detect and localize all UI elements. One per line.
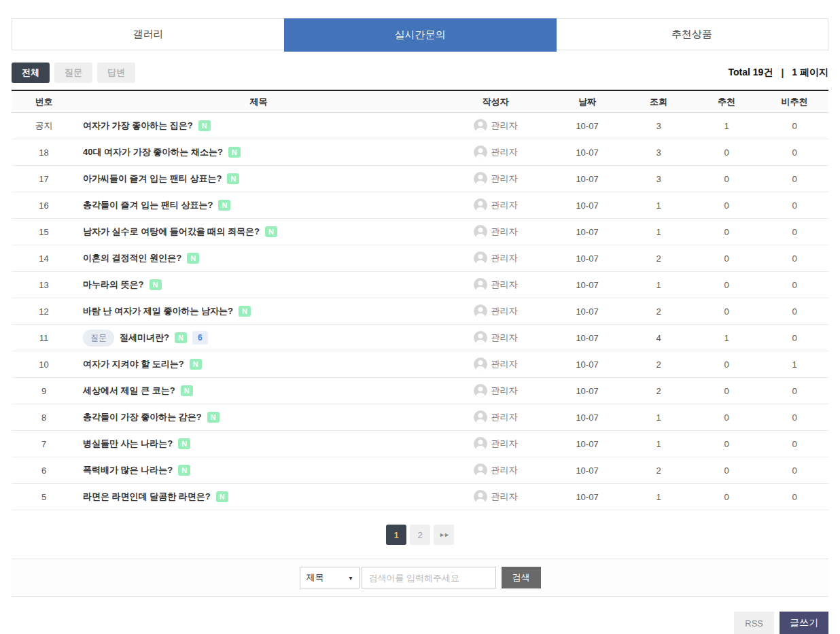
post-date: 10-07 bbox=[550, 386, 625, 396]
post-views: 3 bbox=[625, 174, 693, 184]
post-author-cell: 관리자 bbox=[441, 251, 550, 265]
post-downvotes: 0 bbox=[760, 306, 828, 317]
page-number: 1 bbox=[393, 530, 398, 540]
post-author-cell: 관리자 bbox=[441, 198, 550, 212]
header-views: 조회 bbox=[625, 96, 693, 108]
post-views: 1 bbox=[625, 439, 693, 449]
author-name: 관리자 bbox=[491, 385, 518, 397]
user-avatar-icon bbox=[474, 198, 487, 212]
post-title-cell: 남자가 실수로 여탕에 들어갔을 때의 죄목은? N bbox=[76, 226, 441, 238]
table-row: 17 아가씨들이 즐겨 입는 팬티 상표는? N 관리자 10-07 3 0 0 bbox=[12, 166, 828, 192]
post-downvotes: 0 bbox=[760, 333, 828, 343]
post-upvotes: 0 bbox=[693, 359, 760, 370]
post-title-cell: 아가씨들이 즐겨 입는 팬티 상표는? N bbox=[76, 173, 441, 185]
filter-button[interactable]: 전체 bbox=[12, 63, 50, 83]
post-title-link[interactable]: 병실들만 사는 나라는? bbox=[83, 438, 173, 450]
new-badge: N bbox=[227, 173, 239, 184]
tab-item[interactable]: 갤러리 bbox=[12, 19, 285, 50]
post-title-link[interactable]: 세상에서 제일 큰 코는? bbox=[83, 385, 175, 397]
post-title-link[interactable]: 아가씨들이 즐겨 입는 팬티 상표는? bbox=[83, 173, 222, 185]
user-avatar-icon bbox=[474, 119, 487, 133]
post-views: 2 bbox=[625, 386, 693, 396]
new-badge: N bbox=[181, 385, 193, 396]
user-avatar-icon bbox=[474, 278, 487, 292]
post-title-cell: 총각들이 가장 좋아하는 감은? N bbox=[76, 411, 441, 423]
user-avatar-icon bbox=[474, 331, 487, 345]
new-badge: N bbox=[265, 226, 277, 237]
post-author-cell: 관리자 bbox=[441, 384, 550, 398]
board-summary: Total 19건 | 1 페이지 bbox=[729, 67, 828, 79]
rss-button[interactable]: RSS bbox=[734, 612, 774, 634]
author-name: 관리자 bbox=[491, 226, 518, 238]
new-badge: N bbox=[207, 412, 220, 423]
filter-label: 질문 bbox=[65, 67, 82, 79]
post-views: 2 bbox=[625, 253, 693, 264]
post-date: 10-07 bbox=[550, 465, 625, 476]
user-avatar-icon bbox=[474, 490, 487, 504]
table-row: 11 질문 절세미녀란? N 6 관리자 10-07 4 1 0 bbox=[12, 325, 828, 351]
table-row: 공지 여자가 가장 좋아하는 집은? N 관리자 10-07 3 1 0 bbox=[12, 113, 828, 139]
post-title-link[interactable]: 여자가 가장 좋아하는 집은? bbox=[83, 120, 193, 132]
category-badge: 질문 bbox=[83, 330, 114, 347]
post-title-link[interactable]: 이혼의 결정적인 원인은? bbox=[83, 252, 181, 264]
post-title-link[interactable]: 바람 난 여자가 제일 좋아하는 남자는? bbox=[83, 305, 233, 317]
write-post-button[interactable]: 글쓰기 bbox=[780, 612, 828, 634]
new-badge: N bbox=[187, 253, 199, 264]
post-title-link[interactable]: 여자가 지켜야 할 도리는? bbox=[83, 358, 184, 370]
post-title-link[interactable]: 남자가 실수로 여탕에 들어갔을 때의 죄목은? bbox=[83, 226, 260, 238]
post-title-cell: 마누라의 뜻은? N bbox=[76, 279, 441, 291]
tab-item[interactable]: 실시간문의 bbox=[284, 18, 557, 52]
post-views: 4 bbox=[625, 333, 693, 343]
post-upvotes: 0 bbox=[693, 227, 760, 237]
post-date: 10-07 bbox=[550, 121, 625, 131]
post-upvotes: 0 bbox=[693, 174, 760, 184]
post-number: 13 bbox=[12, 280, 76, 290]
post-title-link[interactable]: 폭력배가 많은 나라는? bbox=[83, 464, 173, 476]
new-badge: N bbox=[178, 465, 190, 476]
tab-item[interactable]: 추천상품 bbox=[556, 19, 828, 50]
post-title-cell: 이혼의 결정적인 원인은? N bbox=[76, 252, 441, 264]
post-date: 10-07 bbox=[550, 492, 625, 502]
user-avatar-icon bbox=[474, 251, 487, 265]
author-name: 관리자 bbox=[491, 464, 518, 476]
new-badge: N bbox=[190, 359, 202, 370]
new-badge: N bbox=[178, 438, 190, 449]
post-title-link[interactable]: 라면은 라면인데 달콤한 라면은? bbox=[83, 491, 211, 503]
post-title-link[interactable]: 총각들이 가장 좋아하는 감은? bbox=[83, 411, 202, 423]
post-author-cell: 관리자 bbox=[441, 304, 550, 318]
post-date: 10-07 bbox=[550, 412, 625, 423]
filter-button[interactable]: 질문 bbox=[54, 63, 92, 83]
table-row: 16 총각들이 즐겨 입는 팬티 상표는? N 관리자 10-07 1 0 0 bbox=[12, 192, 828, 219]
post-upvotes: 0 bbox=[693, 412, 760, 423]
post-downvotes: 0 bbox=[760, 121, 828, 131]
user-avatar-icon bbox=[474, 145, 487, 159]
post-number: 11 bbox=[12, 333, 76, 343]
post-title-link[interactable]: 마누라의 뜻은? bbox=[83, 279, 144, 291]
search-input[interactable] bbox=[362, 567, 496, 588]
post-date: 10-07 bbox=[550, 439, 625, 449]
post-title-cell: 질문 절세미녀란? N 6 bbox=[76, 330, 441, 347]
search-category-select[interactable]: 제목 ▾ bbox=[300, 567, 360, 588]
next-page-button[interactable]: ►► bbox=[434, 525, 454, 545]
post-views: 1 bbox=[625, 200, 693, 211]
user-avatar-icon bbox=[474, 304, 487, 318]
page-button[interactable]: 1 bbox=[386, 525, 406, 545]
post-number: 17 bbox=[12, 174, 76, 184]
page-button[interactable]: 2 bbox=[410, 525, 430, 545]
table-body: 공지 여자가 가장 좋아하는 집은? N 관리자 10-07 3 1 0 bbox=[12, 113, 828, 510]
post-title-link[interactable]: 절세미녀란? bbox=[120, 332, 169, 344]
post-upvotes: 1 bbox=[693, 333, 760, 343]
post-title-cell: 여자가 가장 좋아하는 집은? N bbox=[76, 120, 441, 132]
search-button[interactable]: 검색 bbox=[502, 567, 541, 588]
post-title-link[interactable]: 총각들이 즐겨 입는 팬티 상표는? bbox=[83, 199, 213, 211]
filter-button[interactable]: 답변 bbox=[97, 63, 135, 83]
header-title: 제목 bbox=[76, 96, 441, 108]
post-title-cell: 바람 난 여자가 제일 좋아하는 남자는? N bbox=[76, 305, 441, 317]
post-title-link[interactable]: 40대 여자가 가장 좋아하는 채소는? bbox=[83, 146, 223, 158]
author-name: 관리자 bbox=[491, 120, 518, 132]
search-bar: 제목 ▾ 검색 bbox=[12, 559, 828, 597]
post-upvotes: 0 bbox=[693, 280, 760, 290]
post-author-cell: 관리자 bbox=[441, 490, 550, 504]
author-name: 관리자 bbox=[491, 411, 518, 423]
filter-buttons: 전체 질문 답변 bbox=[12, 63, 140, 83]
